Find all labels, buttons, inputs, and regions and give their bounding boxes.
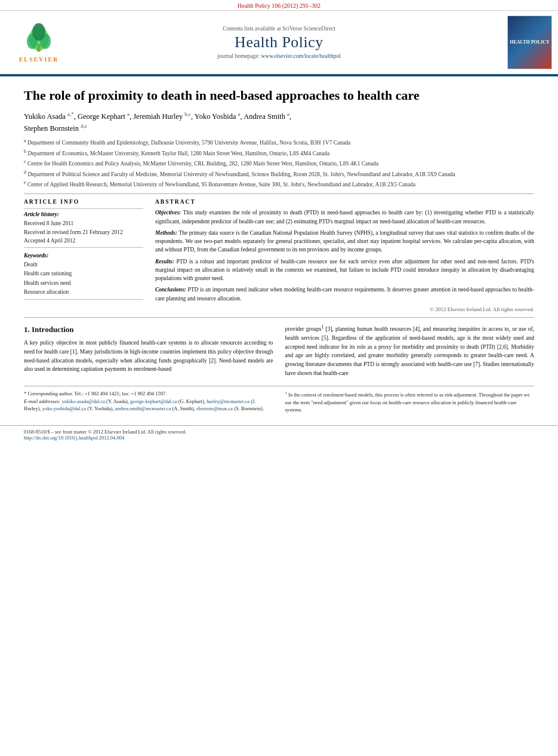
- affiliation-c: c Centre for Health Economics and Policy…: [24, 158, 534, 168]
- methods-label: Methods:: [155, 230, 177, 236]
- history-received: Received 8 June 2011: [24, 219, 143, 228]
- doi-line: http://dx.doi.org/10.1016/j.healthpol.20…: [24, 435, 534, 441]
- affiliation-a: a Department of Community Health and Epi…: [24, 137, 534, 147]
- email-kephart[interactable]: george.kephart@dal.ca: [130, 398, 177, 404]
- abstract-column: ABSTRACT Objectives: This study examines…: [155, 199, 534, 312]
- elsevier-logo-area: ELSEVIER: [6, 22, 72, 63]
- affiliations-list: a Department of Community Health and Epi…: [24, 137, 534, 189]
- article-title: The role of proximity to death in need-b…: [24, 87, 534, 105]
- journal-homepage: journal homepage: www.elsevier.com/locat…: [72, 53, 486, 59]
- objectives-label: Objectives:: [155, 210, 181, 216]
- article-info-heading: ARTICLE INFO: [24, 199, 143, 205]
- abstract-conclusions: Conclusions: PTD is an important need in…: [155, 285, 534, 303]
- svg-point-5: [32, 23, 45, 41]
- intro-right-col: provider groups1 [3], planning human hea…: [285, 324, 535, 377]
- intro-title-text: Introduction: [32, 325, 74, 334]
- elsevier-label: ELSEVIER: [19, 56, 59, 63]
- article-info-column: ARTICLE INFO Article history: Received 8…: [24, 199, 143, 312]
- journal-banner-center: Contents lists available at SciVerse Sci…: [72, 26, 486, 59]
- keywords-label: Keywords:: [24, 253, 143, 259]
- journal-banner: ELSEVIER Contents lists available at Sci…: [0, 11, 558, 75]
- keyword-allocation: Resource allocation: [24, 288, 143, 297]
- affiliation-d: d Department of Political Science and Fa…: [24, 169, 534, 179]
- conclusions-label: Conclusions:: [155, 287, 186, 293]
- footnote-area: * Corresponding author. Tel.: +1 902 494…: [24, 386, 534, 413]
- authors-line: Yukiko Asada a,*, George Kephart a, Jere…: [24, 110, 534, 134]
- email-smith[interactable]: andrea.smith@mcmaster.ca: [115, 405, 171, 411]
- bottom-bar: 0168-8510/$ – see front matter © 2012 El…: [0, 425, 558, 444]
- journal-cover-image: HEALTH POLICY: [507, 16, 552, 69]
- email-addresses-line: E-mail addresses: yukiko.asada@dal.ca (Y…: [24, 398, 273, 413]
- authors-text: Yukiko Asada a,*, George Kephart a, Jere…: [24, 112, 291, 121]
- elsevier-tree-icon: [21, 22, 57, 55]
- main-content: The role of proximity to death in need-b…: [0, 76, 558, 419]
- journal-top-bar: Health Policy 106 (2012) 291–302: [0, 0, 558, 11]
- abstract-methods: Methods: The primary data source is the …: [155, 229, 534, 254]
- authors-text-2: Stephen Bornstein d,e: [24, 124, 87, 133]
- introduction-two-col: 1. Introduction A key policy objective i…: [24, 324, 534, 377]
- cover-title-text: HEALTH POLICY: [508, 38, 551, 47]
- history-accepted: Accepted 4 April 2012: [24, 236, 143, 245]
- affiliation-b: b Department of Economics, McMaster Univ…: [24, 148, 534, 158]
- elsevier-logo: ELSEVIER: [19, 22, 59, 63]
- section-divider-1: [24, 193, 534, 194]
- keyword-need: Health services need: [24, 279, 143, 288]
- footnote-1: 1 In the context of enrolment-based mode…: [285, 390, 535, 413]
- abstract-objectives: Objectives: This study examines the role…: [155, 208, 534, 226]
- intro-right-paragraph: provider groups1 [3], planning human hea…: [285, 324, 535, 377]
- intro-number: 1.: [24, 325, 30, 334]
- article-info-top-rule: [24, 208, 143, 209]
- article-info-bottom-rule: [24, 299, 143, 300]
- article-info-mid-rule: [24, 247, 143, 248]
- keyword-death: Death: [24, 260, 143, 269]
- journal-title: Health Policy: [72, 33, 486, 51]
- doi-link[interactable]: http://dx.doi.org/10.1016/j.healthpol.20…: [24, 435, 124, 441]
- article-info-abstract-section: ARTICLE INFO Article history: Received 8…: [24, 199, 534, 312]
- email-asada[interactable]: yukiko.asada@dal.ca: [61, 398, 105, 404]
- email-yoshida[interactable]: yoko.yoshida@dal.ca: [42, 405, 86, 411]
- introduction-section: 1. Introduction A key policy objective i…: [24, 324, 534, 377]
- journal-cover-area: HEALTH POLICY: [486, 16, 552, 69]
- intro-left-paragraph: A key policy objective in most publicly …: [24, 339, 273, 374]
- abstract-heading: ABSTRACT: [155, 199, 534, 205]
- results-label: Results:: [155, 259, 174, 265]
- history-revised: Received in revised form 21 February 201…: [24, 228, 143, 236]
- sciverse-text: Contents lists available at SciVerse Sci…: [72, 26, 486, 32]
- affiliation-e: e Center of Applied Health Research, Mem…: [24, 179, 534, 189]
- intro-section-title: 1. Introduction: [24, 324, 273, 336]
- footnote-corresponding: * Corresponding author. Tel.: +1 902 494…: [24, 390, 273, 413]
- section-divider-2: [24, 317, 534, 318]
- abstract-results: Results: PTD is a robust and important p…: [155, 257, 534, 283]
- keyword-rationing: Health care rationing: [24, 269, 143, 278]
- article-history-label: Article history:: [24, 211, 143, 217]
- journal-homepage-link[interactable]: www.elsevier.com/locate/healthpol: [261, 53, 340, 59]
- journal-reference: Health Policy 106 (2012) 291–302: [238, 2, 320, 9]
- email-hurley[interactable]: hurley@mcmaster.ca: [206, 398, 249, 404]
- copyright-line: © 2012 Elsevier Ireland Ltd. All rights …: [155, 306, 534, 312]
- footnote-1-text: 1 In the context of enrolment-based mode…: [285, 390, 535, 413]
- intro-left-col: 1. Introduction A key policy objective i…: [24, 324, 273, 377]
- corresponding-star-line: * Corresponding author. Tel.: +1 902 494…: [24, 390, 273, 397]
- email-bornstein[interactable]: sbornste@mun.ca: [196, 405, 233, 411]
- issn-line: 0168-8510/$ – see front matter © 2012 El…: [24, 429, 534, 435]
